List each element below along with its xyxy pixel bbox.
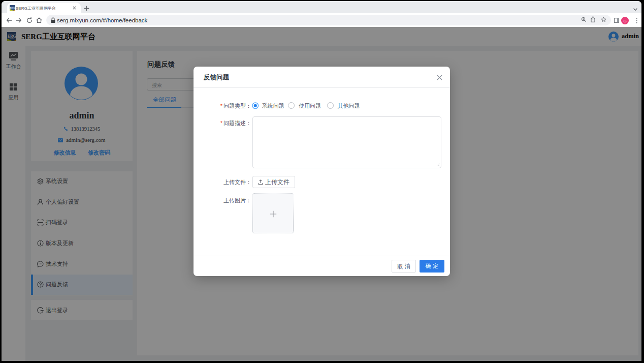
svg-text:G: G (623, 19, 626, 23)
svg-text:ERG: ERG (10, 7, 15, 9)
